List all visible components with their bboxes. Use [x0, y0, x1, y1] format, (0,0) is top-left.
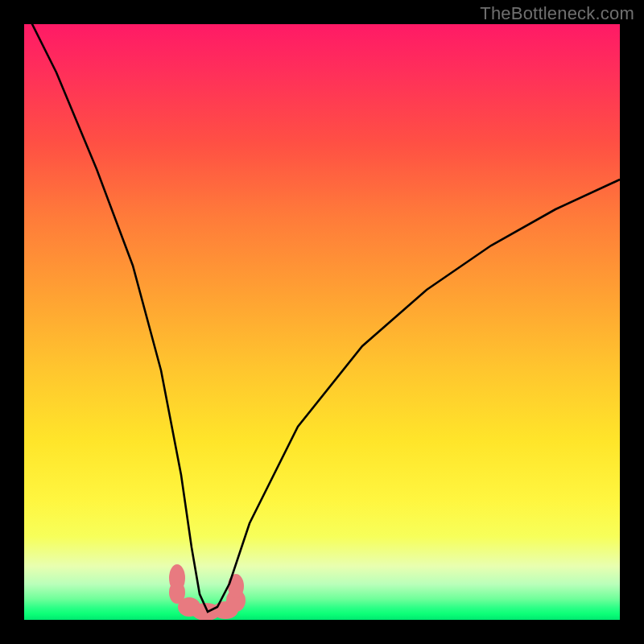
plot-area: [24, 24, 620, 620]
curve-layer: [24, 24, 620, 620]
bottleneck-curve: [24, 24, 620, 612]
watermark-text: TheBottleneck.com: [480, 3, 634, 24]
chart-frame: TheBottleneck.com: [0, 0, 644, 644]
svg-point-6: [228, 574, 244, 598]
